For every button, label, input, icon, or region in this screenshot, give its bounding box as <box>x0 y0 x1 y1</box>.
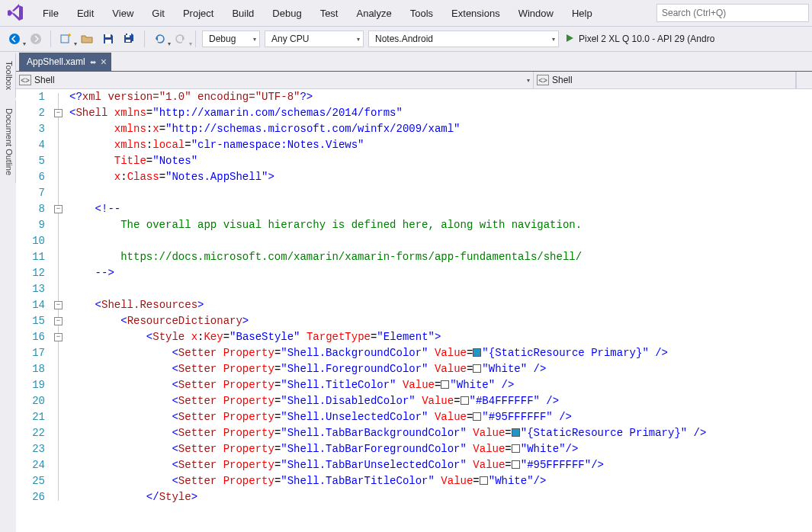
svg-rect-4 <box>105 40 111 43</box>
line-number: 15 <box>16 313 45 329</box>
menu-project[interactable]: Project <box>174 3 223 24</box>
sidebar-tab-toolbox[interactable]: Toolbox <box>0 53 16 98</box>
code-line[interactable]: <!-- <box>69 201 812 217</box>
play-icon <box>565 34 574 45</box>
code-line[interactable]: <Setter Property="Shell.TitleColor" Valu… <box>69 377 812 393</box>
menu-extensions[interactable]: Extensions <box>442 3 509 24</box>
line-number: 12 <box>16 265 45 281</box>
code-line[interactable]: <ResourceDictionary> <box>69 313 812 329</box>
menu-window[interactable]: Window <box>509 3 563 24</box>
color-swatch-icon <box>512 444 520 453</box>
open-file-button[interactable] <box>77 29 97 49</box>
line-number: 26 <box>16 489 45 505</box>
code-line[interactable]: https://docs.microsoft.com/xamarin/xamar… <box>69 249 812 265</box>
line-number: 13 <box>16 281 45 297</box>
code-line[interactable]: Title="Notes" <box>69 153 812 169</box>
startup-project-dropdown[interactable]: Notes.Android▾ <box>368 30 559 47</box>
code-line[interactable]: </Style> <box>69 489 812 505</box>
color-swatch-icon <box>480 476 488 485</box>
menu-analyze[interactable]: Analyze <box>347 3 400 24</box>
line-number: 4 <box>16 137 45 153</box>
code-line[interactable] <box>69 281 812 297</box>
code-line[interactable]: The overall app visual hierarchy is defi… <box>69 217 812 233</box>
color-swatch-icon <box>473 412 481 421</box>
close-icon[interactable]: × <box>101 56 107 68</box>
code-line[interactable]: <Shell xmlns="http://xamarin.com/schemas… <box>69 105 812 121</box>
code-line[interactable]: <Setter Property="Shell.TabBarBackground… <box>69 425 812 441</box>
menu-build[interactable]: Build <box>223 3 263 24</box>
menu-tools[interactable]: Tools <box>401 3 442 24</box>
fold-toggle[interactable]: − <box>54 333 63 341</box>
sidebar-tabs: ToolboxDocument Outline <box>0 52 16 532</box>
code-line[interactable]: --> <box>69 265 812 281</box>
search-input[interactable]: Search (Ctrl+Q) <box>656 4 809 22</box>
code-line[interactable] <box>69 233 812 249</box>
line-number: 11 <box>16 249 45 265</box>
menu-test[interactable]: Test <box>311 3 348 24</box>
code-line[interactable]: <Setter Property="Shell.TabBarUnselected… <box>69 457 812 473</box>
vs-logo-icon <box>3 1 27 25</box>
fold-toggle[interactable]: − <box>54 109 63 117</box>
nav-scope-dropdown[interactable]: <> Shell ▾ <box>16 72 534 88</box>
svg-rect-7 <box>126 40 130 42</box>
code-line[interactable]: <?xml version="1.0" encoding="UTF-8"?> <box>69 89 812 105</box>
code-line[interactable]: <Setter Property="Shell.ForegroundColor"… <box>69 361 812 377</box>
xml-element-icon: <> <box>19 75 31 85</box>
line-number: 5 <box>16 153 45 169</box>
fold-toggle[interactable]: − <box>54 317 63 325</box>
doc-tab-appshell[interactable]: AppShell.xaml ⬌ × <box>19 53 111 71</box>
code-line[interactable]: <Shell.Resources> <box>69 297 812 313</box>
code-line[interactable]: xmlns:x="http://schemas.microsoft.com/wi… <box>69 121 812 137</box>
line-number: 3 <box>16 121 45 137</box>
fold-toggle[interactable]: − <box>54 205 63 213</box>
pin-icon[interactable]: ⬌ <box>90 58 96 66</box>
menu-git[interactable]: Git <box>143 3 174 24</box>
run-button[interactable]: Pixel 2 XL Q 10.0 - API 29 (Andro <box>565 34 714 45</box>
code-line[interactable]: xmlns:local="clr-namespace:Notes.Views" <box>69 137 812 153</box>
nav-back-button[interactable]: ▾ <box>5 29 24 49</box>
save-button[interactable] <box>98 29 118 49</box>
color-swatch-icon <box>473 348 481 357</box>
menu-view[interactable]: View <box>103 3 143 24</box>
line-number: 18 <box>16 361 45 377</box>
menu-file[interactable]: File <box>34 3 68 24</box>
code-line[interactable]: <Setter Property="Shell.UnselectedColor"… <box>69 409 812 425</box>
menu-edit[interactable]: Edit <box>68 3 103 24</box>
code-line[interactable]: <Style x:Key="BaseStyle" TargetType="Ele… <box>69 329 812 345</box>
color-swatch-icon <box>473 364 481 373</box>
code-line[interactable]: <Setter Property="Shell.TabBarTitleColor… <box>69 473 812 489</box>
code-line[interactable]: <Setter Property="Shell.TabBarForeground… <box>69 441 812 457</box>
separator <box>195 30 196 47</box>
search-placeholder: Search (Ctrl+Q) <box>662 8 726 18</box>
workspace: ToolboxDocument Outline AppShell.xaml ⬌ … <box>0 52 812 532</box>
code-line[interactable]: <Setter Property="Shell.BackgroundColor"… <box>69 345 812 361</box>
fold-strip[interactable]: −−−−− <box>53 89 68 532</box>
color-swatch-icon <box>512 460 520 469</box>
nav-forward-button[interactable] <box>26 29 46 49</box>
line-number: 7 <box>16 185 45 201</box>
scroll-strip <box>796 72 812 88</box>
platform-dropdown[interactable]: Any CPU▾ <box>265 30 364 47</box>
sidebar-tab-document-outline[interactable]: Document Outline <box>0 101 16 183</box>
code-line[interactable]: x:Class="Notes.AppShell"> <box>69 169 812 185</box>
code-lines[interactable]: <?xml version="1.0" encoding="UTF-8"?><S… <box>68 89 812 532</box>
line-number: 24 <box>16 457 45 473</box>
nav-member-dropdown[interactable]: <> Shell <box>534 72 796 88</box>
menu-help[interactable]: Help <box>563 3 602 24</box>
undo-button[interactable]: ▾ <box>149 29 169 49</box>
redo-button[interactable]: ▾ <box>171 29 191 49</box>
new-project-button[interactable]: ▾ <box>56 29 75 49</box>
doc-tab-label: AppShell.xaml <box>27 56 85 67</box>
menu-items: FileEditViewGitProjectBuildDebugTestAnal… <box>34 3 656 24</box>
line-number: 23 <box>16 441 45 457</box>
code-line[interactable] <box>69 185 812 201</box>
config-dropdown[interactable]: Debug▾ <box>202 30 260 47</box>
save-all-button[interactable] <box>120 29 140 49</box>
line-number: 17 <box>16 345 45 361</box>
fold-toggle[interactable]: − <box>54 301 63 309</box>
menu-debug[interactable]: Debug <box>263 3 310 24</box>
line-number: 10 <box>16 233 45 249</box>
code-line[interactable]: <Setter Property="Shell.DisabledColor" V… <box>69 393 812 409</box>
line-number: 19 <box>16 377 45 393</box>
code-editor[interactable]: 1234567891011121314151617181920212223242… <box>16 89 812 532</box>
